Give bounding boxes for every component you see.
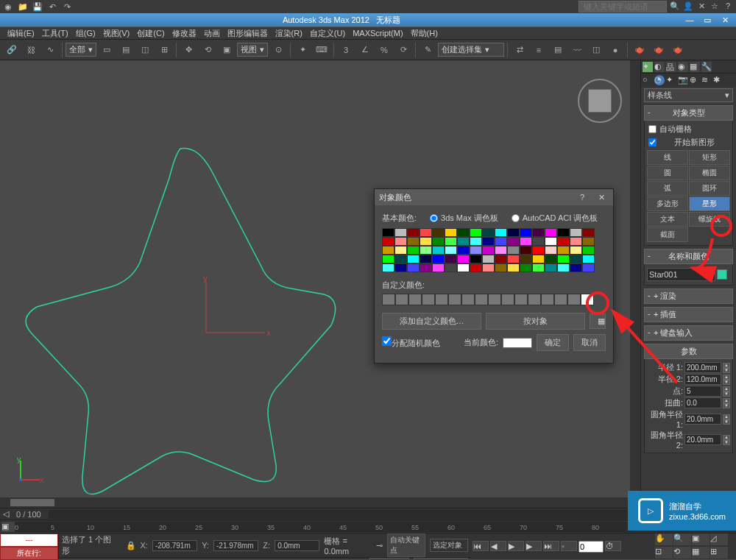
maximize-vp-icon[interactable]: ▦ bbox=[692, 547, 710, 559]
palette-swatch[interactable] bbox=[532, 255, 545, 263]
palette-swatch[interactable] bbox=[545, 263, 557, 272]
keymode-toggle[interactable]: ◦ bbox=[561, 541, 577, 551]
palette-swatch[interactable] bbox=[432, 263, 445, 272]
subtab-helpers[interactable]: ⊕ bbox=[690, 75, 700, 85]
palette-swatch[interactable] bbox=[445, 255, 457, 263]
custom-swatch[interactable] bbox=[461, 294, 475, 305]
h-scrollbar[interactable] bbox=[0, 497, 630, 508]
track-bar[interactable]: ▣ 05101520253035404550556065707580859095… bbox=[0, 520, 736, 533]
exchange-icon[interactable]: ✕ bbox=[696, 1, 707, 11]
palette-swatch[interactable] bbox=[482, 255, 495, 263]
palette-swatch[interactable] bbox=[532, 237, 545, 246]
mirror-icon[interactable]: ⇄ bbox=[511, 42, 528, 58]
palette-swatch[interactable] bbox=[570, 263, 582, 272]
palette-swatch[interactable] bbox=[495, 246, 507, 255]
subtab-spacewarps[interactable]: ≋ bbox=[701, 75, 712, 85]
palette-swatch[interactable] bbox=[520, 237, 532, 246]
cancel-button[interactable]: 取消 bbox=[573, 334, 606, 351]
time-slider[interactable]: ◁ 0 / 100 ▷ bbox=[0, 508, 736, 520]
zoom-region-icon[interactable]: ⊞ bbox=[710, 547, 728, 559]
shape-star[interactable]: 星形 bbox=[689, 196, 730, 211]
render-icon[interactable]: 🫖 bbox=[669, 42, 687, 58]
bind-icon[interactable]: ∿ bbox=[41, 42, 59, 58]
color-swatch[interactable] bbox=[717, 269, 727, 280]
menu-maxscript[interactable]: MAXScript(M) bbox=[350, 28, 406, 38]
shape-donut[interactable]: 圆环 bbox=[689, 181, 730, 196]
undo-icon[interactable]: ↶ bbox=[47, 1, 57, 12]
shape-arc[interactable]: 弧 bbox=[647, 181, 688, 196]
unlink-icon[interactable]: ⛓ bbox=[22, 42, 40, 58]
help-icon[interactable]: ? bbox=[723, 1, 733, 11]
app-icon[interactable]: ◉ bbox=[3, 1, 13, 12]
rotate-icon[interactable]: ⟲ bbox=[199, 42, 216, 58]
palette-swatch[interactable] bbox=[407, 237, 420, 246]
material-icon[interactable]: ● bbox=[606, 42, 624, 58]
menu-edit[interactable]: 编辑(E) bbox=[4, 27, 38, 40]
custom-swatch[interactable] bbox=[475, 294, 488, 305]
rollout-keyboard[interactable]: + 键盘输入 bbox=[644, 325, 733, 341]
palette-swatch[interactable] bbox=[445, 237, 457, 246]
rollout-interp[interactable]: + 插值 bbox=[644, 307, 733, 322]
tab-utilities[interactable]: 🔧 bbox=[701, 62, 712, 72]
fillet1-input[interactable] bbox=[684, 414, 721, 425]
signin-icon[interactable]: 👤 bbox=[683, 1, 693, 11]
render-setup-icon[interactable]: 🫖 bbox=[631, 42, 648, 58]
fov-icon[interactable]: ◿ bbox=[710, 534, 728, 545]
rollout-render[interactable]: + 渲染 bbox=[644, 288, 733, 304]
tab-display[interactable]: ▦ bbox=[690, 62, 700, 72]
palette-swatch[interactable] bbox=[457, 228, 470, 237]
refcoord-dropdown[interactable]: 视图▾ bbox=[237, 43, 268, 57]
selset-dropdown[interactable]: 选定对象 bbox=[430, 539, 468, 552]
palette-swatch[interactable] bbox=[545, 228, 557, 237]
radius2-input[interactable] bbox=[684, 374, 721, 385]
rollout-parameters[interactable]: 参数 bbox=[644, 344, 733, 359]
script-mini-left1[interactable]: --- bbox=[0, 534, 58, 547]
v-scrollbar[interactable] bbox=[630, 60, 640, 497]
key-icon[interactable]: ⊸ bbox=[376, 541, 383, 550]
palette-swatch[interactable] bbox=[382, 246, 394, 255]
lock-icon[interactable]: 🔒 bbox=[126, 541, 136, 550]
shape-ngon[interactable]: 多边形 bbox=[647, 196, 688, 211]
menu-help[interactable]: 帮助(H) bbox=[408, 27, 441, 40]
custom-swatch[interactable] bbox=[422, 294, 435, 305]
dialog-close-icon[interactable]: ✕ bbox=[594, 193, 609, 202]
palette-swatch[interactable] bbox=[457, 255, 470, 263]
by-object-button[interactable]: 按对象 bbox=[486, 313, 585, 330]
palette-swatch[interactable] bbox=[470, 255, 482, 263]
close-button[interactable]: ✕ bbox=[717, 15, 733, 25]
menu-views[interactable]: 视图(V) bbox=[100, 27, 133, 40]
custom-swatch[interactable] bbox=[567, 294, 581, 305]
radius1-input[interactable] bbox=[684, 362, 721, 373]
tab-create[interactable]: ✦ bbox=[643, 62, 653, 72]
pan-icon[interactable]: ✋ bbox=[655, 534, 673, 545]
menu-group[interactable]: 组(G) bbox=[73, 27, 99, 40]
manipulate-icon[interactable]: ✦ bbox=[294, 42, 311, 58]
fillet2-input[interactable] bbox=[684, 434, 721, 445]
palette-swatch[interactable] bbox=[382, 237, 394, 246]
save-icon[interactable]: 💾 bbox=[32, 1, 43, 12]
keymode-icon[interactable]: ⌨ bbox=[313, 42, 330, 58]
tab-motion[interactable]: ◉ bbox=[678, 62, 688, 72]
palette-swatch[interactable] bbox=[432, 246, 445, 255]
custom-swatch[interactable] bbox=[395, 294, 408, 305]
palette-swatch[interactable] bbox=[445, 246, 457, 255]
palette-swatch[interactable] bbox=[470, 246, 482, 255]
palette-swatch[interactable] bbox=[420, 263, 432, 272]
custom-swatch[interactable] bbox=[514, 294, 528, 305]
subtab-systems[interactable]: ✱ bbox=[713, 75, 723, 85]
maximize-button[interactable]: ▭ bbox=[699, 15, 715, 25]
palette-swatch[interactable] bbox=[557, 255, 570, 263]
menu-customize[interactable]: 自定义(U) bbox=[307, 27, 348, 40]
add-custom-color-button[interactable]: 添加自定义颜色… bbox=[382, 313, 481, 330]
palette-swatch[interactable] bbox=[457, 246, 470, 255]
palette-swatch[interactable] bbox=[507, 237, 520, 246]
palette-swatch[interactable] bbox=[570, 237, 582, 246]
goto-start-icon[interactable]: ⏮ bbox=[473, 541, 489, 551]
coord-z[interactable]: 0.0mm bbox=[275, 540, 319, 551]
pivot-icon[interactable]: ⊙ bbox=[269, 42, 287, 58]
palette-swatch[interactable] bbox=[432, 255, 445, 263]
coord-y[interactable]: -21.978mm bbox=[213, 540, 258, 551]
palette-swatch[interactable] bbox=[495, 237, 507, 246]
palette-swatch[interactable] bbox=[457, 263, 470, 272]
palette-swatch[interactable] bbox=[432, 228, 445, 237]
